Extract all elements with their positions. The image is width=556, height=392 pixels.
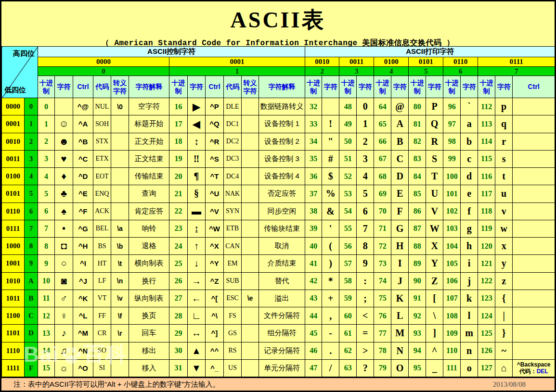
- cell-char: X: [426, 238, 443, 255]
- cell-ctrl-empty: [513, 202, 555, 220]
- cell-escape: \t: [111, 255, 129, 272]
- cell-escape: \f: [111, 307, 129, 325]
- cell-dec: 12: [38, 307, 55, 325]
- cell-char: ▲: [188, 342, 206, 359]
- cell-dec: 20: [169, 168, 188, 185]
- table-row: 100088◘^HBS\b退格24↑^XCAN取消40(56872H88X104…: [2, 238, 555, 255]
- cell-hex: 2: [25, 133, 38, 150]
- cell-char: ♂: [55, 290, 73, 307]
- cell-char: `: [461, 98, 478, 115]
- cell-char: 9: [357, 255, 374, 272]
- bin-header-0100: 0100: [374, 57, 409, 67]
- cell-dec: 8: [38, 238, 55, 255]
- cell-dec: 62: [339, 342, 357, 359]
- cell-low-bits: 0011: [2, 150, 25, 167]
- cell-hex: 4: [25, 168, 38, 185]
- cell-code: CAN: [224, 238, 242, 255]
- cell-dec: 121: [478, 255, 495, 272]
- cell-char: ↓: [188, 255, 206, 272]
- cell-char: j: [461, 272, 478, 290]
- cell-dec: 71: [374, 220, 391, 237]
- cell-ctrl: ^J: [73, 272, 93, 290]
- cell-dec: 21: [169, 185, 188, 202]
- cell-dec: 70: [374, 202, 391, 220]
- cell-dec: 106: [443, 272, 461, 290]
- cell-dec: 6: [38, 202, 55, 220]
- cell-code: ETX: [93, 150, 111, 167]
- cell-ctrl: ^M: [73, 325, 93, 342]
- cell-char: G: [391, 220, 409, 237]
- cell-code: DC1: [224, 115, 242, 133]
- col-header-char: 字符: [188, 76, 206, 98]
- cell-ctrl: ^A: [73, 115, 93, 133]
- cell-desc: 换页: [129, 307, 169, 325]
- cell-char: ⌂: [495, 359, 513, 377]
- cell-char: 3: [357, 150, 374, 167]
- cell-dec: 31: [169, 359, 188, 377]
- cell-dec: 5: [38, 185, 55, 202]
- cell-escape: [242, 220, 259, 237]
- cell-char: C: [391, 150, 409, 167]
- cell-low-bits: 0000: [2, 98, 25, 115]
- cell-dec: 63: [339, 359, 357, 377]
- cell-dec: 13: [38, 325, 55, 342]
- cell-desc: 正文开始: [129, 133, 169, 150]
- cell-dec: 38: [305, 202, 322, 220]
- cell-char: ♦: [55, 168, 73, 185]
- cell-escape: [242, 185, 259, 202]
- cell-char: ∟: [188, 307, 206, 325]
- cell-desc: 设备控制 4: [259, 168, 305, 185]
- cell-ctrl: ^I: [73, 255, 93, 272]
- cell-char: ,: [322, 307, 339, 325]
- cell-desc: 同步空闲: [259, 202, 305, 220]
- digit-header-6: 6: [443, 67, 478, 76]
- cell-desc: 横向制表: [129, 255, 169, 272]
- cell-char: ◘: [55, 238, 73, 255]
- cell-char: r: [495, 133, 513, 150]
- cell-dec: 65: [374, 115, 391, 133]
- corner-cell: 高四位 低四位: [2, 47, 38, 98]
- cell-char: 0: [357, 98, 374, 115]
- cell-ctrl-empty: [513, 325, 555, 342]
- cell-dec: 98: [443, 133, 461, 150]
- cell-escape: [242, 150, 259, 167]
- digit-header-row: 0 1 2 3 4 5 6 7: [2, 67, 555, 76]
- cell-char: d: [461, 168, 478, 185]
- cell-dec: 110: [443, 342, 461, 359]
- cell-dec: 19: [169, 150, 188, 167]
- cell-dec: 34: [305, 133, 322, 150]
- cell-ctrl: ^F: [73, 202, 93, 220]
- cell-dec: 16: [169, 98, 188, 115]
- cell-dec: 30: [169, 342, 188, 359]
- digit-header-3: 3: [339, 67, 374, 76]
- cell-ctrl: ^L: [73, 307, 93, 325]
- col-header-dec: 十进制: [169, 76, 188, 98]
- footer-date: 2013/08/08: [493, 380, 526, 389]
- col-header-ctrl: Ctrl: [513, 76, 555, 98]
- cell-ctrl: ^D: [73, 168, 93, 185]
- cell-dec: 109: [443, 325, 461, 342]
- cell-char: ♫: [55, 342, 73, 359]
- col-header-dec: 十进制: [305, 76, 322, 98]
- cell-char: [55, 98, 73, 115]
- cell-dec: 15: [38, 359, 55, 377]
- cell-escape: [242, 272, 259, 290]
- cell-char: H: [391, 238, 409, 255]
- cell-char: [: [426, 290, 443, 307]
- cell-dec: 1: [38, 115, 55, 133]
- col-header-dec: 十进制: [339, 76, 357, 98]
- cell-dec: 75: [374, 290, 391, 307]
- table-row: 010044♦^DEOT传输结束20¶^TDC4设备控制 436$52468D8…: [2, 168, 555, 185]
- cell-char: T: [426, 168, 443, 185]
- cell-char: ♀: [55, 307, 73, 325]
- cell-low-bits: 1111: [2, 359, 25, 377]
- cell-char: ?: [357, 359, 374, 377]
- cell-ctrl-empty: [513, 220, 555, 237]
- digit-header-7: 7: [478, 67, 555, 76]
- cell-char: N: [391, 342, 409, 359]
- cell-char: W: [426, 220, 443, 237]
- cell-char: !: [322, 115, 339, 133]
- bin-header-0001: 0001: [169, 57, 305, 67]
- cell-code: CR: [93, 325, 111, 342]
- cell-char: c: [461, 150, 478, 167]
